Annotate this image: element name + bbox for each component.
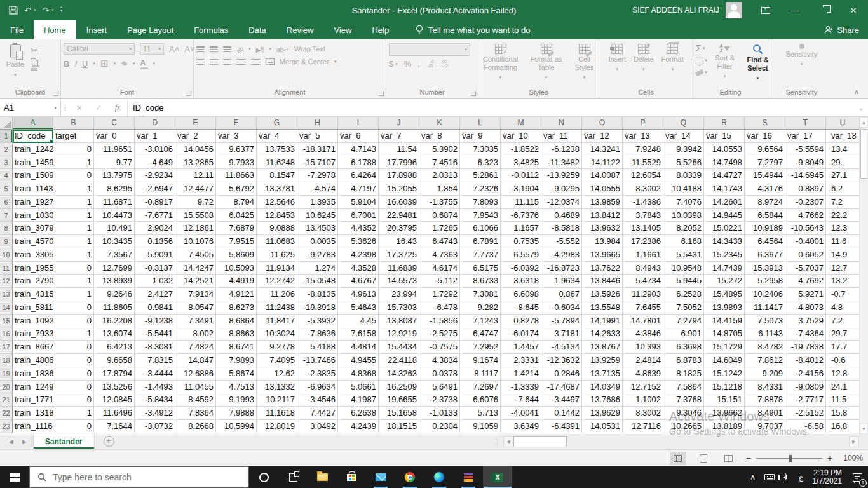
cell-O17[interactable]: 13.8767	[582, 341, 623, 354]
cell-S2[interactable]: 9.6564	[745, 143, 785, 156]
cell-H18[interactable]: -13.7466	[297, 354, 338, 367]
cell-K1[interactable]: var_8	[419, 130, 460, 143]
cell-O3[interactable]: 14.1122	[582, 156, 623, 170]
cell-J9[interactable]: 16.43	[379, 235, 419, 248]
cell-D11[interactable]: -0.3137	[135, 262, 175, 275]
cell-I18[interactable]: 4.9455	[338, 354, 379, 367]
cell-O18[interactable]: 13.9259	[582, 354, 623, 367]
cell-P13[interactable]: 11.2903	[623, 288, 663, 301]
cell-E22[interactable]: 7.8364	[175, 407, 216, 420]
align-right-icon[interactable]	[223, 59, 231, 65]
cell-B21[interactable]: 0	[53, 393, 94, 407]
cell-F23[interactable]: 10.5994	[216, 420, 257, 433]
cell-Q13[interactable]: 6.2528	[663, 288, 704, 301]
cell-N11[interactable]: -16.8723	[541, 262, 582, 275]
cell-G19[interactable]: 12.62	[257, 367, 297, 381]
cell-Q9[interactable]: 6.168	[663, 235, 704, 248]
cell-F17[interactable]: 8.6741	[216, 341, 257, 354]
cell-A6[interactable]: train_1927	[13, 196, 53, 209]
format-cells-button[interactable]: Format▾	[659, 42, 686, 75]
cell-T2[interactable]: -5.5594	[785, 143, 826, 156]
cell-M14[interactable]: -8.645	[501, 301, 541, 315]
row-number-6[interactable]: 6	[0, 196, 13, 209]
cell-F9[interactable]: 7.9515	[216, 235, 257, 248]
italic-button[interactable]: I	[74, 59, 77, 69]
zoom-in-icon[interactable]: +	[827, 453, 832, 463]
cell-S22[interactable]: 8.4901	[745, 407, 785, 420]
cell-R2[interactable]: 14.0553	[704, 143, 745, 156]
fill-icon[interactable]	[696, 57, 703, 64]
cell-O22[interactable]: 13.9629	[582, 407, 623, 420]
cell-I1[interactable]: var_6	[338, 130, 379, 143]
cell-C10[interactable]: 7.3567	[94, 248, 135, 262]
cell-M1[interactable]: var_10	[501, 130, 541, 143]
cell-H9[interactable]: 0.0035	[297, 235, 338, 248]
column-header-S[interactable]: S	[745, 117, 785, 129]
cell-H15[interactable]: -5.3932	[297, 315, 338, 328]
cell-R22[interactable]: 13.9662	[704, 407, 745, 420]
cell-O23[interactable]: 14.0531	[582, 420, 623, 433]
cell-G10[interactable]: 11.625	[257, 248, 297, 262]
volume-button[interactable]	[779, 466, 794, 488]
cell-O10[interactable]: 13.9665	[582, 248, 623, 262]
cell-B15[interactable]: 0	[53, 315, 94, 328]
zoom-slider-thumb[interactable]	[789, 455, 792, 462]
cell-S23[interactable]: 9.7037	[745, 420, 785, 433]
cell-G14[interactable]: 11.2438	[257, 301, 297, 315]
cell-P18[interactable]: 2.4814	[623, 354, 663, 367]
cell-U23[interactable]: 16.8	[826, 420, 859, 433]
cell-K12[interactable]: -5.112	[419, 274, 460, 288]
cell-P2[interactable]: 7.9248	[623, 143, 663, 156]
row-number-4[interactable]: 4	[0, 169, 13, 182]
cell-L8[interactable]: 6.1066	[460, 222, 501, 235]
cell-C4[interactable]: 13.7975	[94, 169, 135, 182]
cell-I14[interactable]: 5.4643	[338, 301, 379, 315]
cell-M6[interactable]: 11.115	[501, 196, 541, 209]
grow-font-icon[interactable]: A˄	[169, 44, 179, 54]
cell-U21[interactable]: 11.5	[826, 393, 859, 407]
column-header-T[interactable]: T	[785, 117, 826, 129]
cell-B2[interactable]: 0	[53, 143, 94, 156]
cell-I23[interactable]: 4.2439	[338, 420, 379, 433]
cell-O16[interactable]: 14.2633	[582, 327, 623, 341]
cell-R19[interactable]: 15.1242	[704, 367, 745, 381]
cell-T21[interactable]: -2.7717	[785, 393, 826, 407]
cell-E23[interactable]: 8.2668	[175, 420, 216, 433]
cell-K14[interactable]: -6.478	[419, 301, 460, 315]
cell-A14[interactable]: train_5811	[13, 301, 53, 315]
cell-P12[interactable]: 5.4734	[623, 274, 663, 288]
cell-B6[interactable]: 1	[53, 196, 94, 209]
cell-I22[interactable]: 6.2638	[338, 407, 379, 420]
column-header-B[interactable]: B	[53, 117, 94, 129]
cell-G5[interactable]: 13.3781	[257, 182, 297, 196]
cell-N18[interactable]: -12.3632	[541, 354, 582, 367]
page-break-view-button[interactable]	[721, 452, 737, 465]
cell-J17[interactable]: 15.4434	[379, 341, 419, 354]
cell-O19[interactable]: 13.7135	[582, 367, 623, 381]
increase-decimal-icon[interactable]: ←.0.00	[426, 60, 434, 68]
name-box[interactable]: A1▾	[0, 99, 61, 116]
cell-O7[interactable]: 13.8412	[582, 209, 623, 222]
cell-H23[interactable]: 3.0492	[297, 420, 338, 433]
cell-Q20[interactable]: 7.5864	[663, 381, 704, 394]
row-number-12[interactable]: 12	[0, 274, 13, 288]
file-explorer-button[interactable]	[308, 466, 337, 488]
cell-P1[interactable]: var_13	[623, 130, 663, 143]
cell-Q23[interactable]: 10.2665	[663, 420, 704, 433]
cell-E14[interactable]: 8.0547	[175, 301, 216, 315]
touch-keyboard-button[interactable]	[760, 466, 779, 488]
cell-I19[interactable]: 4.8368	[338, 367, 379, 381]
cell-G3[interactable]: 11.6248	[257, 156, 297, 170]
cell-J8[interactable]: 20.3795	[379, 222, 419, 235]
text-direction-icon[interactable]	[256, 43, 264, 55]
cell-T17[interactable]: -19.7838	[785, 341, 826, 354]
cell-C5[interactable]: 8.6295	[94, 182, 135, 196]
cell-S12[interactable]: 5.2958	[745, 274, 785, 288]
cell-A8[interactable]: train_3079	[13, 222, 53, 235]
cell-P9[interactable]: 17.2386	[623, 235, 663, 248]
undo-icon[interactable]: ↶	[24, 6, 31, 15]
cell-P3[interactable]: 11.5529	[623, 156, 663, 170]
cell-L14[interactable]: 9.282	[460, 301, 501, 315]
cell-H20[interactable]: -6.9634	[297, 381, 338, 394]
cell-J23[interactable]: 18.1515	[379, 420, 419, 433]
